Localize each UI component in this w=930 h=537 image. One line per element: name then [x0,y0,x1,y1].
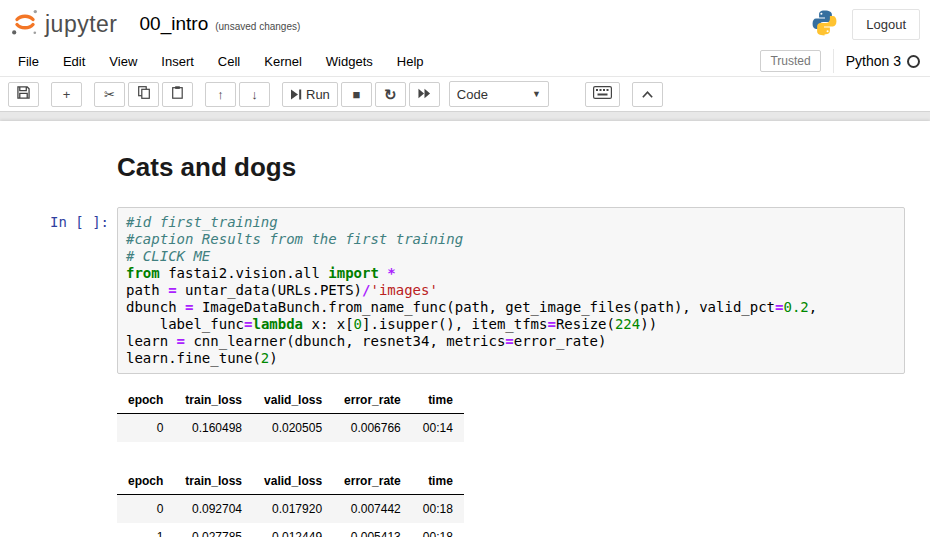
output-area-1: epochtrain_lossvalid_losserror_ratetime0… [117,381,905,458]
run-icon [290,89,302,100]
jupyter-logo-text: jupyter [45,11,118,38]
command-palette-button[interactable] [585,82,620,107]
chevron-up-icon [641,87,654,102]
table-cell: 0.012449 [253,523,333,537]
column-header: train_loss [174,387,253,414]
output-prompt [5,462,117,537]
table-cell: 00:18 [412,495,464,524]
code-input-wrapper: #id first_training#caption Results from … [117,207,905,374]
restart-run-all-button[interactable] [409,82,440,107]
scissors-icon: ✂ [104,88,115,101]
table-cell: 0 [117,495,174,524]
move-cell-down-button[interactable]: ↓ [239,82,270,107]
code-line: #id first_training [126,214,896,231]
move-cell-up-button[interactable]: ↑ [205,82,236,107]
header-right: Logout [811,9,920,40]
table-cell: 0.007442 [333,495,412,524]
column-header: valid_loss [253,468,333,495]
save-icon [17,86,30,102]
menu-widgets[interactable]: Widgets [314,48,385,75]
autosave-status: (unsaved changes) [215,21,300,32]
run-label: Run [306,87,330,102]
chevron-down-icon: ▼ [532,89,541,99]
output-prompt [5,381,117,458]
arrow-up-icon: ↑ [217,88,224,101]
menu-insert[interactable]: Insert [149,48,206,75]
code-line: dbunch = ImageDataBunch.from_name_func(p… [126,299,896,316]
kernel-indicator: Python 3 [833,49,924,73]
notebook-site: Cats and dogs In [ ]: #id first_training… [0,112,930,536]
cut-cell-button[interactable]: ✂ [94,82,125,107]
trusted-badge[interactable]: Trusted [760,50,820,72]
column-header: time [412,387,464,414]
interrupt-kernel-button[interactable]: ■ [341,82,372,107]
kernel-idle-icon [907,55,920,68]
menubar: FileEditViewInsertCellKernelWidgetsHelp … [0,46,930,77]
code-line: from fastai2.vision.all import * [126,265,896,282]
markdown-prompt [5,144,117,197]
cell-type-select[interactable]: Code ▼ [449,81,549,107]
fast-forward-icon [418,87,431,102]
jupyter-logo-icon [10,7,40,41]
table-cell: 0.017920 [253,495,333,524]
menu-items: FileEditViewInsertCellKernelWidgetsHelp [6,48,436,75]
output-cell: epochtrain_lossvalid_losserror_ratetime0… [0,379,930,460]
code-line: #caption Results from the first training [126,231,896,248]
clipboard-icon [172,86,183,102]
table-cell: 0.092704 [174,495,253,524]
output-area-2: epochtrain_lossvalid_losserror_ratetime0… [117,462,905,537]
menu-view[interactable]: View [97,48,149,75]
markdown-cell[interactable]: Cats and dogs [0,139,930,202]
notebook-container: Cats and dogs In [ ]: #id first_training… [0,121,930,537]
jupyter-logo[interactable]: jupyter [10,7,118,41]
column-header: epoch [117,387,174,414]
run-cell-button[interactable]: Run [282,82,338,107]
code-editor[interactable]: #id first_training#caption Results from … [117,207,905,374]
input-prompt: In [ ]: [5,207,117,374]
copy-cell-button[interactable] [128,82,159,107]
table-cell: 1 [117,523,174,537]
python-logo-icon [811,9,838,40]
copy-icon [138,86,150,102]
table-cell: 0.160498 [174,414,253,443]
table-cell: 0 [117,414,174,443]
table-row: 10.0277850.0124490.00541300:18 [117,523,464,537]
table-cell: 0.027785 [174,523,253,537]
menubar-right: Trusted Python 3 [760,49,924,73]
table-row: 00.1604980.0205050.00676600:14 [117,414,464,443]
table-cell: 00:18 [412,523,464,537]
column-header: time [412,468,464,495]
collapse-header-button[interactable] [632,82,663,107]
paste-cell-button[interactable] [162,82,193,107]
arrow-down-icon: ↓ [251,88,258,101]
stop-icon: ■ [352,88,360,101]
table-row: 00.0927040.0179200.00744200:18 [117,495,464,524]
output-cell: epochtrain_lossvalid_losserror_ratetime0… [0,460,930,537]
logout-button[interactable]: Logout [852,9,920,40]
restart-kernel-button[interactable]: ↻ [375,82,406,107]
save-button[interactable] [8,82,39,107]
column-header: epoch [117,468,174,495]
column-header: error_rate [333,387,412,414]
app-header: jupyter 00_intro (unsaved changes) Logou… [0,0,930,46]
menu-file[interactable]: File [6,48,51,75]
code-line: label_func=lambda x: x[0].isupper(), ite… [126,316,896,333]
restart-icon: ↻ [384,87,397,102]
menu-cell[interactable]: Cell [206,48,252,75]
table-cell: 00:14 [412,414,464,443]
markdown-content: Cats and dogs [117,144,905,197]
cell-type-value: Code [457,87,488,102]
table-cell: 0.006766 [333,414,412,443]
insert-cell-button[interactable]: + [51,82,82,107]
code-cell[interactable]: In [ ]: #id first_training#caption Resul… [0,202,930,379]
menu-edit[interactable]: Edit [51,48,97,75]
toolbar: + ✂ ↑ ↓ Run ■ ↻ Code ▼ [0,77,930,112]
training-results-table: epochtrain_lossvalid_losserror_ratetime0… [117,387,464,442]
code-line: learn.fine_tune(2) [126,350,896,367]
kernel-name: Python 3 [846,53,901,69]
code-line: learn = cnn_learner(dbunch, resnet34, me… [126,333,896,350]
menu-kernel[interactable]: Kernel [252,48,314,75]
menu-help[interactable]: Help [385,48,436,75]
column-header: valid_loss [253,387,333,414]
notebook-title[interactable]: 00_intro [140,13,209,35]
